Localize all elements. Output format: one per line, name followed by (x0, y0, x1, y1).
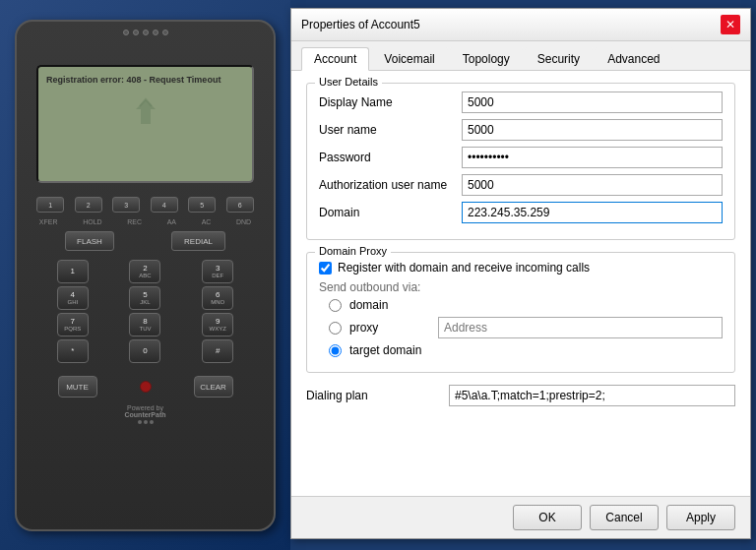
key-5[interactable]: 5JKL (129, 286, 160, 310)
domain-proxy-label: Domain Proxy (315, 245, 391, 257)
key-9[interactable]: 9WXYZ (202, 313, 233, 336)
username-row: User name (319, 119, 723, 141)
line-btn-2[interactable]: 2 (75, 197, 102, 213)
register-checkbox-row: Register with domain and receive incomin… (319, 261, 723, 275)
phone-line-buttons: 1 2 3 4 5 6 (17, 193, 274, 216)
proxy-radio-row: proxy (329, 317, 723, 338)
domain-input[interactable] (462, 202, 723, 223)
dialog-footer: OK Cancel Apply (291, 496, 750, 538)
line-btn-3[interactable]: 3 (112, 197, 140, 213)
dialog-title: Properties of Account5 (301, 18, 420, 31)
user-details-section: User Details Display Name User name Pass… (306, 83, 735, 240)
tab-voicemail[interactable]: Voicemail (371, 47, 447, 70)
ok-button[interactable]: OK (513, 505, 582, 530)
tab-account[interactable]: Account (301, 47, 369, 71)
phone-func-row: XFERHOLDRECAAACDND (17, 216, 274, 227)
key-4[interactable]: 4GHI (57, 286, 89, 310)
line-btn-1[interactable]: 1 (36, 197, 64, 213)
register-label: Register with domain and receive incomin… (338, 261, 590, 275)
dialing-plan-label: Dialing plan (306, 389, 449, 402)
dialing-plan-input[interactable] (449, 385, 735, 406)
properties-dialog: Properties of Account5 ✕ Account Voicema… (290, 8, 751, 539)
proxy-address-input[interactable] (438, 317, 723, 338)
proxy-radio[interactable] (329, 322, 342, 335)
phone-device: Registration error: 408 - Request Timeou… (15, 20, 276, 531)
username-input[interactable] (462, 119, 723, 141)
target-domain-radio-row: target domain (329, 343, 723, 357)
target-domain-radio[interactable] (329, 344, 342, 357)
password-input[interactable] (462, 147, 723, 168)
register-checkbox[interactable] (319, 262, 332, 275)
line-btn-6[interactable]: 6 (226, 197, 254, 213)
display-name-label: Display Name (319, 95, 462, 109)
tab-advanced[interactable]: Advanced (595, 47, 672, 70)
apply-button[interactable]: Apply (666, 505, 735, 530)
key-3[interactable]: 3DEF (202, 260, 233, 283)
domain-radio[interactable] (329, 299, 342, 312)
domain-row: Domain (319, 202, 723, 223)
key-8[interactable]: 8TUV (129, 313, 160, 336)
domain-proxy-section: Domain Proxy Register with domain and re… (306, 252, 735, 373)
tab-bar: Account Voicemail Topology Security Adva… (291, 41, 750, 71)
domain-radio-label: domain (349, 298, 438, 312)
dialing-plan-row: Dialing plan (306, 385, 735, 406)
key-2[interactable]: 2ABC (129, 260, 160, 283)
password-label: Password (319, 151, 462, 164)
phone-bottom-row: MUTE CLEAR (17, 371, 274, 402)
proxy-radio-label: proxy (349, 321, 438, 335)
key-0[interactable]: 0 (129, 339, 160, 363)
phone-screen: Registration error: 408 - Request Timeou… (36, 65, 254, 183)
auth-user-input[interactable] (462, 174, 723, 196)
mute-button[interactable]: MUTE (58, 376, 97, 397)
key-1[interactable]: 1 (57, 260, 89, 283)
dialog-titlebar: Properties of Account5 ✕ (291, 9, 750, 41)
indicator-light (140, 381, 152, 393)
user-details-label: User Details (315, 76, 382, 88)
domain-radio-row: domain (329, 298, 723, 312)
auth-user-label: Authorization user name (319, 178, 462, 192)
send-outbound-label: Send outbound via: (319, 280, 723, 294)
redial-button[interactable]: REDIAL (171, 231, 225, 251)
tab-security[interactable]: Security (525, 47, 593, 70)
auth-user-row: Authorization user name (319, 174, 723, 196)
target-domain-label: target domain (349, 343, 421, 357)
line-btn-4[interactable]: 4 (151, 197, 178, 213)
tab-topology[interactable]: Topology (450, 47, 523, 70)
phone-screen-text: Registration error: 408 - Request Timeou… (46, 75, 244, 85)
cancel-button[interactable]: Cancel (590, 505, 659, 530)
phone-logo (46, 85, 244, 144)
password-row: Password (319, 147, 723, 168)
username-label: User name (319, 123, 462, 137)
phone-brand: Powered by CounterPath (17, 404, 274, 424)
radio-group: domain proxy target domain (329, 298, 723, 357)
key-7[interactable]: 7PQRS (57, 313, 89, 336)
phone-keypad: 1 2ABC 3DEF 4GHI 5JKL 6MNO 7PQRS 8TUV 9W… (17, 255, 274, 371)
close-button[interactable]: ✕ (721, 15, 740, 34)
display-name-input[interactable] (462, 92, 723, 113)
clear-button[interactable]: CLEAR (194, 376, 233, 397)
dialog-content: User Details Display Name User name Pass… (291, 71, 750, 496)
domain-label: Domain (319, 206, 462, 219)
key-star[interactable]: * (57, 339, 89, 363)
key-6[interactable]: 6MNO (202, 286, 233, 310)
flash-button[interactable]: FLASH (65, 231, 114, 251)
line-btn-5[interactable]: 5 (188, 197, 216, 213)
display-name-row: Display Name (319, 92, 723, 113)
key-hash[interactable]: # (202, 339, 233, 363)
